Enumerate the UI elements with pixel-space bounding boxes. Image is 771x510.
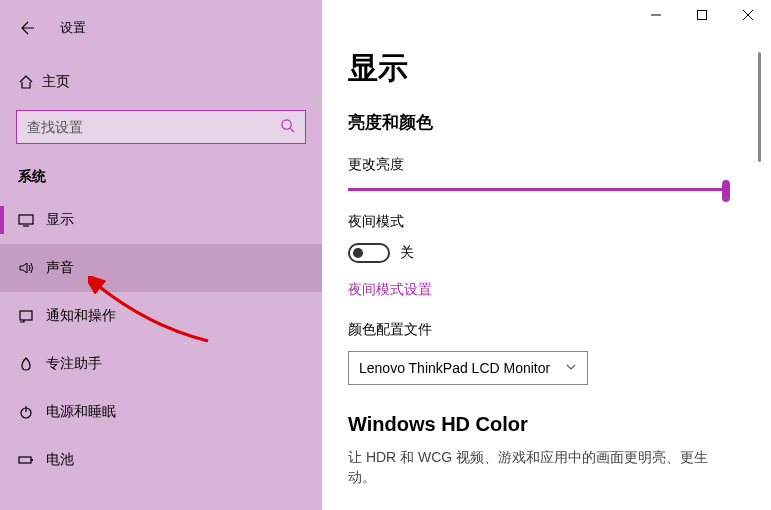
nav-item-label: 声音	[46, 259, 74, 277]
hd-color-description: 让 HDR 和 WCG 视频、游戏和应用中的画面更明亮、更生动。	[348, 448, 728, 487]
search-input[interactable]	[27, 119, 267, 135]
focus-icon	[18, 356, 46, 372]
page-title: 显示	[348, 48, 771, 89]
hd-color-heading: Windows HD Color	[348, 413, 771, 436]
notification-icon	[18, 308, 46, 324]
scrollbar[interactable]	[758, 52, 761, 162]
brightness-label: 更改亮度	[348, 156, 771, 174]
home-label: 主页	[42, 73, 70, 91]
night-mode-state: 关	[400, 244, 414, 262]
svg-rect-5	[31, 459, 33, 461]
brightness-slider[interactable]	[348, 188, 728, 191]
nav-item-label: 电池	[46, 451, 74, 469]
toggle-dot	[353, 248, 363, 258]
display-icon	[18, 212, 46, 228]
home-nav[interactable]: 主页	[0, 62, 322, 102]
nav-power[interactable]: 电源和睡眠	[0, 388, 322, 436]
brightness-section-heading: 亮度和颜色	[348, 111, 771, 134]
search-box[interactable]	[16, 110, 306, 144]
svg-point-0	[282, 119, 291, 128]
color-profile-value: Lenovo ThinkPad LCD Monitor	[359, 360, 550, 376]
app-title: 设置	[60, 19, 86, 37]
night-mode-settings-link[interactable]: 夜间模式设置	[348, 281, 771, 299]
nav-battery[interactable]: 电池	[0, 436, 322, 484]
slider-thumb[interactable]	[722, 180, 730, 202]
minimize-button[interactable]	[633, 0, 679, 30]
svg-rect-4	[19, 457, 31, 463]
back-button[interactable]	[12, 12, 44, 44]
svg-rect-1	[19, 215, 33, 224]
search-icon	[280, 118, 295, 137]
nav-item-label: 显示	[46, 211, 74, 229]
nav-item-label: 通知和操作	[46, 307, 116, 325]
sidebar: 设置 主页 系统 显示 声音	[0, 0, 322, 510]
home-icon	[18, 74, 42, 90]
svg-rect-2	[20, 311, 32, 320]
nav-display[interactable]: 显示	[0, 196, 322, 244]
night-mode-label: 夜间模式	[348, 213, 771, 231]
section-label: 系统	[18, 168, 304, 186]
nav-item-label: 专注助手	[46, 355, 102, 373]
chevron-down-icon	[565, 360, 577, 376]
color-profile-label: 颜色配置文件	[348, 321, 771, 339]
slider-track	[348, 188, 728, 191]
sound-icon	[18, 260, 46, 276]
window-controls	[633, 0, 771, 30]
minimize-icon	[651, 10, 661, 20]
nav-notifications[interactable]: 通知和操作	[0, 292, 322, 340]
night-mode-toggle[interactable]	[348, 243, 390, 263]
back-arrow-icon	[20, 20, 36, 36]
close-icon	[743, 10, 753, 20]
nav-item-label: 电源和睡眠	[46, 403, 116, 421]
nav-focus[interactable]: 专注助手	[0, 340, 322, 388]
maximize-button[interactable]	[679, 0, 725, 30]
nav-sound[interactable]: 声音	[0, 244, 322, 292]
battery-icon	[18, 452, 46, 468]
main-content: 显示 亮度和颜色 更改亮度 夜间模式 关 夜间模式设置 颜色配置文件 Lenov…	[322, 0, 771, 510]
color-profile-select[interactable]: Lenovo ThinkPad LCD Monitor	[348, 351, 588, 385]
close-button[interactable]	[725, 0, 771, 30]
svg-rect-6	[698, 11, 707, 20]
maximize-icon	[697, 10, 707, 20]
titlebar-left: 设置	[0, 12, 322, 44]
power-icon	[18, 404, 46, 420]
